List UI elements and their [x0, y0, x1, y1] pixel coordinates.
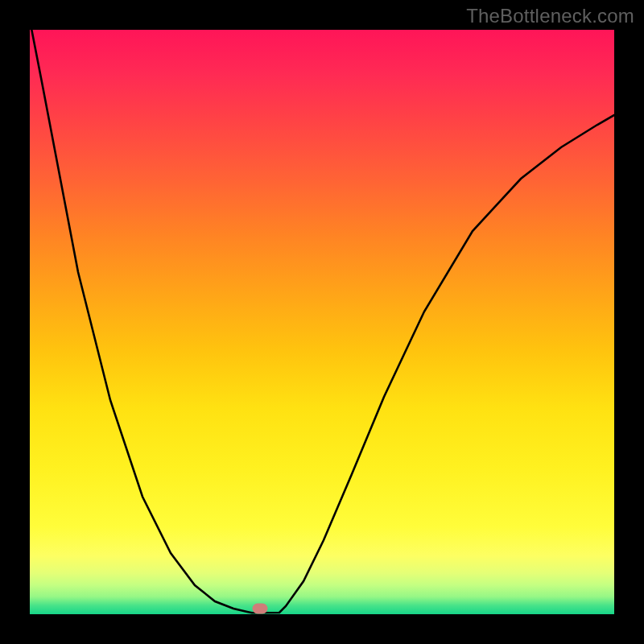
plot-area: [30, 30, 614, 614]
watermark-text: TheBottleneck.com: [466, 5, 634, 27]
optimum-marker: [253, 603, 268, 613]
bottleneck-curve: [30, 30, 614, 614]
outer-frame: TheBottleneck.com: [0, 0, 644, 644]
curve-path: [30, 30, 614, 613]
